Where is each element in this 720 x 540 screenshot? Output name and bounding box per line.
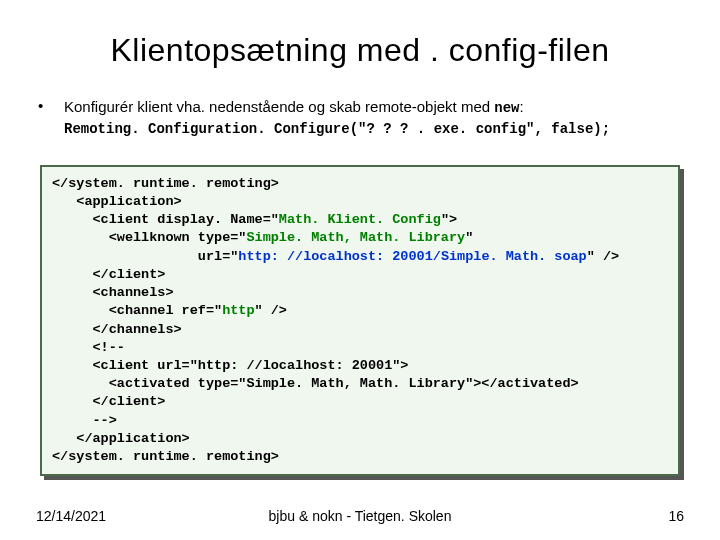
xml-line: </system. runtime. remoting> — [52, 176, 279, 191]
xml-line: </channels> — [52, 322, 182, 337]
xml-line: </system. runtime. remoting> — [52, 449, 279, 464]
xml-line: " — [465, 230, 473, 245]
xml-line: <client display. Name=" — [52, 212, 279, 227]
bullet-code-line: Remoting. Configuration. Configure("? ? … — [64, 120, 684, 139]
xml-line: <channels> — [52, 285, 174, 300]
xml-line: </client> — [52, 394, 165, 409]
xml-line: <!-- — [52, 340, 125, 355]
xml-line: <channel ref=" — [52, 303, 222, 318]
xml-attr-url: http: //localhost: 20001/Simple. Math. s… — [238, 249, 586, 264]
bullet-trail: : — [519, 98, 523, 115]
xml-code-box: </system. runtime. remoting> <applicatio… — [40, 165, 680, 477]
xml-line: <application> — [52, 194, 182, 209]
xml-attr-ref: http — [222, 303, 254, 318]
xml-line: --> — [52, 413, 117, 428]
xml-line: url=" — [52, 249, 238, 264]
bullet-new-keyword: new — [494, 100, 519, 116]
xml-line: <client url="http: //localhost: 20001"> — [52, 358, 408, 373]
slide-title: Klientopsætning med . config-filen — [36, 32, 684, 69]
xml-line: <wellknown type=" — [52, 230, 246, 245]
xml-line: " /> — [255, 303, 287, 318]
slide: Klientopsætning med . config-filen • Kon… — [0, 0, 720, 540]
bullet-marker: • — [36, 97, 64, 114]
xml-attr-type: Simple. Math, Math. Library — [246, 230, 465, 245]
xml-line: " /> — [587, 249, 619, 264]
bullet-item: • Konfigurér klient vha. nedenstående og… — [36, 97, 684, 139]
xml-line: <activated type="Simple. Math, Math. Lib… — [52, 376, 579, 391]
xml-line: "> — [441, 212, 457, 227]
xml-line: </client> — [52, 267, 165, 282]
xml-line: </application> — [52, 431, 190, 446]
bullet-lead: Konfigurér klient vha. nedenstående og s… — [64, 98, 494, 115]
bullet-text: Konfigurér klient vha. nedenstående og s… — [64, 97, 684, 139]
xml-attr-displayname: Math. Klient. Config — [279, 212, 441, 227]
footer-center: bjbu & nokn - Tietgen. Skolen — [36, 508, 684, 524]
slide-footer: 12/14/2021 bjbu & nokn - Tietgen. Skolen… — [36, 508, 684, 524]
